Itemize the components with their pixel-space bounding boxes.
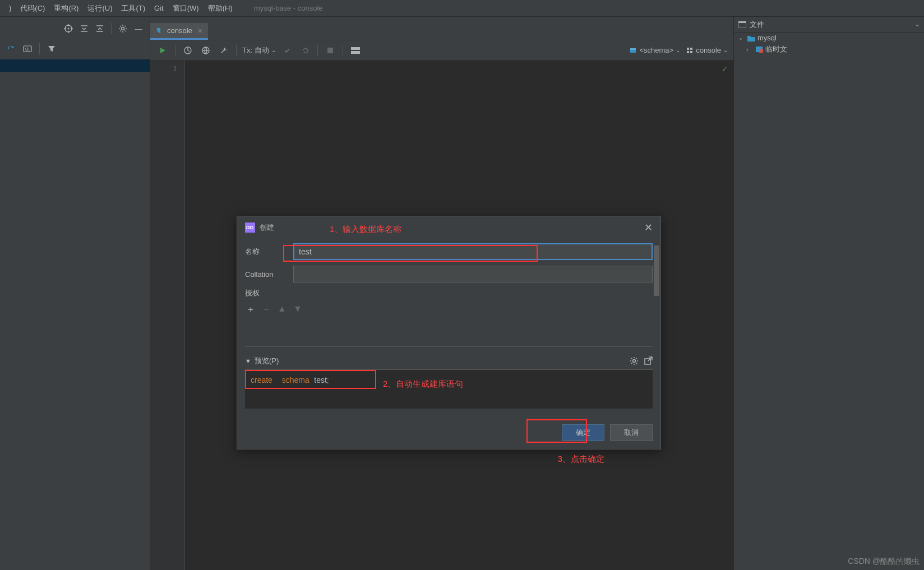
svg-point-1 <box>68 28 70 30</box>
svg-text:DG: DG <box>246 225 254 230</box>
tree-row-mysql[interactable]: ⌄ mysql <box>734 33 924 43</box>
dialog-title-text: 创建 <box>260 223 274 233</box>
annotation-1: 1、输入数据库名称 <box>330 224 401 235</box>
tab-console[interactable]: console × <box>150 23 208 40</box>
line-gutter: 1 <box>150 61 184 570</box>
down-icon: ▼ <box>292 304 303 316</box>
svg-rect-26 <box>738 21 746 23</box>
svg-rect-20 <box>630 48 636 50</box>
svg-rect-21 <box>687 48 689 50</box>
grant-list[interactable] <box>245 319 653 347</box>
up-icon: ▲ <box>276 304 288 316</box>
files-header: 文件 ⌄ <box>734 17 924 33</box>
editor-tabs: console × <box>150 17 733 40</box>
left-toolbar: — <box>0 17 150 40</box>
tree-row-temp[interactable]: › 临时文 <box>734 43 924 55</box>
commit-icon[interactable] <box>280 44 294 57</box>
chevron-down-icon[interactable]: ⌄ <box>915 21 920 27</box>
name-label: 名称 <box>245 247 284 257</box>
menu-close-paren: ) <box>4 2 16 15</box>
datagrip-icon: DG <box>245 223 255 233</box>
annotation-2: 2、自动生成建库语句 <box>383 379 463 390</box>
menu-help[interactable]: 帮助(H) <box>204 1 237 16</box>
sql-file-icon <box>156 27 164 35</box>
expand-icon[interactable] <box>77 22 91 35</box>
menu-git[interactable]: Git <box>150 2 168 15</box>
refresh-icon[interactable] <box>4 43 17 55</box>
menu-window[interactable]: 窗口(W) <box>168 1 204 16</box>
layout-icon[interactable] <box>349 44 362 57</box>
app-title: mysql-base - console <box>254 4 323 12</box>
preview-header: ▼ 预览(P) <box>245 353 653 369</box>
chevron-right-icon: › <box>746 47 753 53</box>
close-icon[interactable]: × <box>198 26 202 35</box>
annotation-3: 3、点击确定 <box>558 454 604 465</box>
name-input[interactable] <box>293 243 653 260</box>
gear-icon[interactable] <box>116 22 130 35</box>
watermark: CSDN @酷酷的懒虫 <box>848 557 920 567</box>
collapse-icon[interactable] <box>93 22 107 35</box>
run-icon[interactable] <box>156 44 169 57</box>
tree-label: mysql <box>757 34 777 42</box>
preview-label: 预览(P) <box>255 356 279 366</box>
add-icon[interactable]: ＋ <box>245 304 256 316</box>
minimize-icon[interactable]: — <box>132 22 145 35</box>
session-selector[interactable]: console ⌄ <box>686 46 728 54</box>
menu-tools[interactable]: 工具(T) <box>117 1 150 16</box>
menu-refactor[interactable]: 重构(R) <box>49 1 83 16</box>
svg-rect-22 <box>690 48 692 50</box>
dialog-body: 名称 Collation 授权 ＋ － ▲ ▼ ▼ 预览(P) <box>237 239 660 416</box>
create-schema-dialog: DG 创建 ✕ 1、输入数据库名称 名称 Collation 授权 ＋ － ▲ … <box>237 216 661 449</box>
svg-text:QL: QL <box>25 47 30 52</box>
grant-toolbar: ＋ － ▲ ▼ <box>245 300 653 319</box>
svg-rect-18 <box>351 51 360 54</box>
tx-selector[interactable]: Tx: 自动 ⌄ <box>242 45 276 55</box>
selected-db-row[interactable] <box>0 59 150 72</box>
console-icon[interactable]: QL <box>21 43 34 55</box>
target-icon[interactable] <box>62 22 75 35</box>
dialog-title-bar: DG 创建 ✕ <box>237 216 660 239</box>
svg-point-10 <box>122 27 124 30</box>
files-header-label: 文件 <box>750 20 764 30</box>
tree-label: 临时文 <box>765 44 787 54</box>
svg-rect-17 <box>351 47 360 50</box>
chevron-down-icon[interactable]: ▼ <box>245 358 251 364</box>
tab-label: console <box>167 26 192 35</box>
filter-icon[interactable] <box>45 43 58 55</box>
svg-rect-28 <box>759 49 763 53</box>
collation-label: Collation <box>245 270 284 279</box>
database-tool-window: — QL <box>0 17 150 570</box>
svg-rect-16 <box>327 48 333 53</box>
remove-icon: － <box>261 304 272 316</box>
menu-code[interactable]: 代码(C) <box>16 1 49 16</box>
open-external-icon[interactable] <box>644 356 653 365</box>
menu-run[interactable]: 运行(U) <box>83 1 117 16</box>
files-tool-window: 文件 ⌄ ⌄ mysql › 临时文 <box>733 17 924 570</box>
rollback-icon[interactable] <box>298 44 312 57</box>
ok-button[interactable]: 确定 <box>562 424 604 441</box>
grant-label: 授权 <box>245 288 284 298</box>
svg-rect-24 <box>690 51 692 53</box>
explain-icon[interactable] <box>199 44 212 57</box>
check-icon: ✓ <box>722 65 728 73</box>
chevron-down-icon: ⌄ <box>738 35 745 41</box>
gear-icon[interactable] <box>630 356 639 365</box>
collation-input[interactable] <box>293 266 653 282</box>
menu-bar: ) 代码(C) 重构(R) 运行(U) 工具(T) Git 窗口(W) 帮助(H… <box>0 0 924 17</box>
folder-icon <box>747 35 755 41</box>
svg-rect-23 <box>687 51 689 53</box>
files-window-icon <box>738 21 746 28</box>
console-toolbar: Tx: 自动 ⌄ <schema> ⌄ console ⌄ <box>150 40 733 61</box>
dialog-scrollbar[interactable] <box>654 245 659 398</box>
history-icon[interactable] <box>181 44 195 57</box>
schema-selector[interactable]: <schema> ⌄ <box>629 46 680 54</box>
wrench-icon[interactable] <box>217 44 230 57</box>
dialog-buttons: 确定 取消 <box>237 416 660 449</box>
svg-point-31 <box>633 360 636 363</box>
left-subtoolbar: QL <box>0 40 150 57</box>
temp-icon <box>755 46 763 53</box>
cancel-button[interactable]: 取消 <box>610 424 653 441</box>
close-icon[interactable]: ✕ <box>644 221 653 234</box>
stop-icon[interactable] <box>324 44 337 57</box>
